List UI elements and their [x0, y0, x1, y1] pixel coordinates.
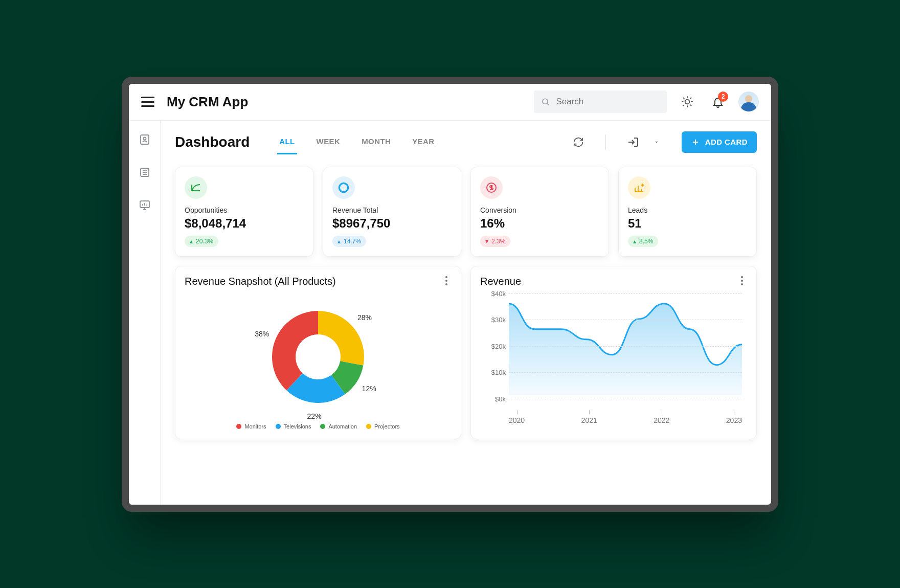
legend-swatch	[320, 424, 325, 429]
x-axis: 2020202120222023	[509, 410, 742, 424]
revenue-snapshot-panel: Revenue Snapshot (All Products) 38%28%12…	[175, 266, 461, 439]
y-tick-label: $10k	[480, 369, 506, 376]
time-tabs: ALL WEEK MONTH YEAR	[277, 130, 436, 154]
kpi-delta: ▴20.3%	[185, 236, 218, 247]
sidebar-item-analytics[interactable]	[134, 194, 155, 216]
legend-swatch	[236, 424, 241, 429]
search-icon	[541, 97, 550, 107]
tab-month[interactable]: MONTH	[359, 130, 393, 154]
x-tick-label: 2023	[726, 410, 742, 424]
divider	[605, 134, 606, 150]
legend-label: Monitors	[244, 423, 266, 429]
sidebar-item-lists[interactable]	[134, 162, 155, 183]
kpi-delta: ▾2.3%	[480, 236, 510, 247]
panel-menu[interactable]	[736, 275, 748, 287]
svg-line-1	[547, 103, 549, 105]
svg-point-2	[685, 100, 690, 104]
panel-title: Revenue	[480, 276, 747, 287]
gridline	[509, 399, 742, 399]
kpi-label: Opportunities	[185, 206, 304, 214]
export-icon	[627, 136, 639, 148]
tab-year[interactable]: YEAR	[410, 130, 436, 154]
search-box[interactable]	[534, 91, 667, 113]
kpi-card: Opportunities $8,048,714 ▴20.3%	[175, 167, 313, 257]
sidebar	[129, 121, 161, 505]
panel-title: Revenue Snapshot (All Products)	[185, 276, 452, 287]
refresh-icon	[573, 137, 584, 148]
kpi-value: $8,048,714	[185, 216, 304, 231]
donut-slice-label: 12%	[362, 384, 376, 392]
refresh-button[interactable]	[569, 132, 588, 152]
donut-slice-label: 22%	[307, 412, 322, 419]
gridline	[509, 372, 742, 373]
gridline	[509, 293, 742, 294]
page-title: Dashboard	[175, 134, 250, 150]
kpi-icon	[185, 176, 207, 199]
legend-label: Televisions	[284, 423, 311, 429]
y-tick-label: $30k	[480, 316, 506, 324]
toolbar: Dashboard ALL WEEK MONTH YEAR	[175, 126, 757, 154]
y-tick-label: $40k	[480, 289, 506, 297]
svg-point-0	[543, 99, 548, 104]
legend-item: Projectors	[366, 423, 400, 429]
search-input[interactable]	[556, 97, 660, 107]
legend-label: Projectors	[374, 423, 400, 429]
panel-menu[interactable]	[440, 275, 453, 287]
export-dropdown[interactable]	[647, 132, 666, 152]
header: My CRM App 2	[129, 84, 771, 121]
svg-line-8	[690, 105, 691, 106]
area-fill	[509, 303, 742, 395]
kpi-value: $8967,750	[332, 216, 452, 231]
kpi-label: Leads	[628, 206, 747, 214]
theme-toggle[interactable]	[677, 92, 698, 112]
x-tick-label: 2021	[581, 410, 597, 424]
legend-swatch	[276, 424, 281, 429]
kpi-delta: ▴8.5%	[628, 236, 658, 247]
y-tick-label: $0k	[480, 395, 506, 402]
svg-line-9	[683, 105, 684, 106]
kpi-value: 51	[628, 216, 747, 231]
legend-item: Televisions	[276, 423, 311, 429]
kpi-card: Revenue Total $8967,750 ▴14.7%	[323, 167, 461, 257]
avatar[interactable]	[738, 92, 759, 112]
plus-icon	[691, 138, 700, 147]
sun-icon	[681, 95, 694, 108]
app-title: My CRM App	[167, 94, 248, 110]
y-tick-label: $20k	[480, 342, 506, 350]
svg-point-26	[339, 183, 348, 192]
notifications[interactable]: 2	[708, 92, 728, 112]
x-tick-label: 2020	[509, 410, 525, 424]
donut-slice-label: 28%	[357, 313, 372, 322]
notification-badge: 2	[718, 92, 728, 102]
contact-icon	[139, 133, 151, 146]
tab-week[interactable]: WEEK	[314, 130, 343, 154]
gridline	[509, 320, 742, 320]
kpi-label: Revenue Total	[332, 206, 452, 214]
list-icon	[139, 166, 151, 178]
kpi-value: 16%	[480, 216, 599, 231]
legend-item: Monitors	[236, 423, 266, 429]
export-button[interactable]	[623, 132, 643, 152]
tab-all[interactable]: ALL	[277, 130, 297, 154]
kpi-icon	[628, 176, 650, 199]
svg-line-7	[683, 98, 684, 99]
kpi-label: Conversion	[480, 206, 599, 214]
svg-point-12	[143, 137, 146, 140]
legend-item: Automation	[320, 423, 357, 429]
add-card-button[interactable]: ADD CARD	[682, 131, 757, 153]
app-window: My CRM App 2	[122, 77, 778, 512]
gridline	[509, 346, 742, 347]
kpi-delta: ▴14.7%	[332, 236, 366, 247]
menu-icon[interactable]	[141, 97, 154, 107]
kpi-card: Conversion 16% ▾2.3%	[470, 167, 609, 257]
svg-line-10	[690, 98, 691, 99]
content: Dashboard ALL WEEK MONTH YEAR	[161, 121, 771, 505]
revenue-chart	[509, 291, 742, 396]
kpi-icon	[480, 176, 503, 199]
kpi-icon	[332, 176, 355, 199]
donut-chart: 38%28%12%22%	[206, 291, 431, 419]
chevron-down-icon	[653, 139, 660, 146]
donut-legend: MonitorsTelevisionsAutomationProjectors	[185, 423, 452, 429]
sidebar-item-contacts[interactable]	[134, 129, 155, 150]
monitor-chart-icon	[139, 199, 151, 211]
